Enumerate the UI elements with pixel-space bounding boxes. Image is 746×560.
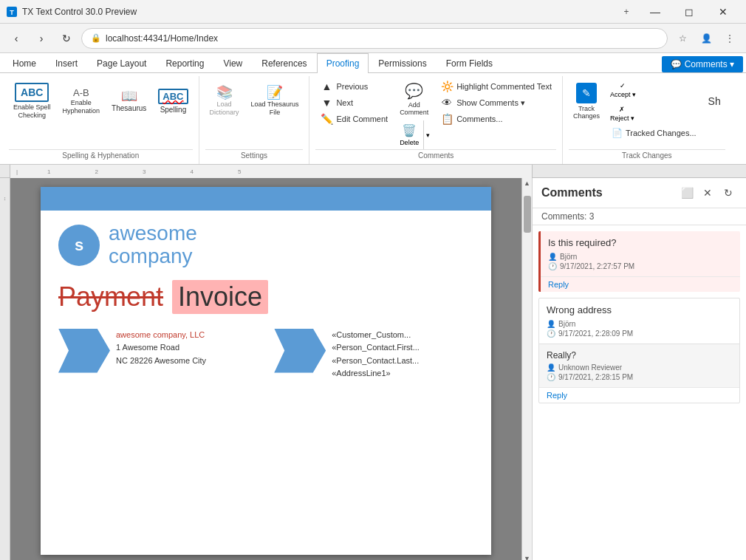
accept-icon: ✓: [620, 82, 626, 89]
tab-home[interactable]: Home: [3, 53, 46, 73]
previous-comment-button[interactable]: ▲ Previous: [315, 79, 392, 94]
maximize-button[interactable]: ◻: [672, 0, 706, 24]
doc-scroll-wrapper: s awesomecompany Payment Invoice: [10, 178, 532, 560]
comments-panel: Comments ⬜ ✕ ↻ Comments: 3 Is this requi…: [532, 178, 746, 560]
thesaurus-label: Thesaurus: [112, 104, 146, 113]
new-tab-button[interactable]: +: [615, 0, 638, 24]
reject-button[interactable]: ✗ Reject ▾: [607, 103, 637, 125]
reply-1-text: Really?: [547, 350, 732, 361]
title-bar: T TX Text Control 30.0 Preview + — ◻ ✕: [0, 0, 746, 24]
address-table: awesome company, LLC 1 Awesome Road NC 2…: [58, 326, 473, 376]
reply-1-button[interactable]: Reply: [541, 276, 740, 292]
vertical-scrollbar[interactable]: ▲ ▼: [521, 178, 532, 560]
track-changes-button[interactable]: ✎ Track Changes: [569, 79, 604, 123]
star-icon[interactable]: ☆: [672, 28, 693, 49]
ruler-mark-5: 4: [190, 168, 193, 175]
tab-reporting[interactable]: Reporting: [156, 53, 213, 73]
clock-icon-reply: 🕐: [547, 373, 555, 381]
table-row: awesome company, LLC 1 Awesome Road NC 2…: [58, 326, 473, 376]
resize-comments-button[interactable]: ⬜: [678, 184, 696, 202]
comment-card-2: Wrong address 👤 Björn 🕐 9/17/2021, 2:28:…: [538, 298, 740, 403]
close-button[interactable]: ✕: [706, 0, 740, 24]
comment-1-time-row: 🕐 9/17/2021, 2:27:57 PM: [548, 262, 733, 270]
horizontal-ruler: | 1 2 3 4 5: [0, 165, 746, 178]
tracked-label: Tracked Changes...: [626, 129, 697, 137]
comments-panel-title: Comments: [541, 186, 603, 199]
accept-reject-group: ✓ Accept ▾ ✗ Reject ▾ 📄 Tracked Changes.…: [607, 79, 701, 140]
spelling-group-label: Spelling & Hyphenation: [9, 149, 193, 161]
highlight-commented-button[interactable]: 🔆 Highlight Commented Text: [436, 79, 556, 94]
tab-references[interactable]: References: [252, 53, 316, 73]
add-comment-button[interactable]: 💬 Add Comment: [395, 79, 433, 119]
forward-button[interactable]: ›: [31, 28, 52, 49]
ruler-mark-6: 5: [238, 168, 241, 175]
dict-label: Load Dictionary: [210, 100, 239, 117]
close-comments-button[interactable]: ✕: [699, 184, 716, 202]
next-icon: ▼: [320, 97, 333, 109]
comment-2-author: Björn: [558, 320, 575, 328]
thesaurus-file-label: Load Thesaurus File: [251, 100, 299, 117]
tab-view[interactable]: View: [213, 53, 252, 73]
show-tracked-icon: Sh: [708, 95, 721, 107]
delete-button[interactable]: 🗑️ Delete: [395, 120, 423, 149]
comment-1-datetime: 9/17/2021, 2:27:57 PM: [560, 262, 634, 270]
url-bar[interactable]: 🔒 localhost:44341/Home/Index: [81, 28, 668, 49]
delete-arrow[interactable]: ▾: [423, 120, 432, 149]
tracked-changes-button[interactable]: 📄 Tracked Changes...: [607, 126, 701, 140]
merge-field-3: «Person_Contact.Last...: [332, 356, 419, 365]
invoice-highlight: Invoice: [172, 280, 268, 314]
prev-icon: ▲: [320, 81, 333, 92]
menu-icon[interactable]: ⋮: [719, 28, 740, 49]
show-tracked-button[interactable]: Sh: [704, 79, 725, 123]
next-comment-button[interactable]: ▼ Next: [315, 95, 392, 110]
refresh-comments-button[interactable]: ↻: [719, 184, 737, 202]
enable-spell-button[interactable]: ABC Enable Spell Checking: [9, 79, 55, 123]
minimize-button[interactable]: —: [638, 0, 672, 24]
spelling-button[interactable]: ABC Spelling: [154, 79, 192, 123]
hyphen-icon: A-B: [73, 88, 89, 98]
scroll-up-button[interactable]: ▲: [522, 178, 533, 188]
merge-with-arrow: «Customer_Custom... «Person_Contact.Firs…: [274, 329, 473, 373]
comments-tab-button[interactable]: 💬 Comments ▾: [662, 56, 743, 72]
ruler-mark-1: |: [16, 168, 18, 175]
spelling-buttons: ABC Enable Spell Checking A-B Enable Hyp…: [9, 79, 193, 149]
merge-field-4: «AddressLine1»: [332, 369, 391, 378]
back-button[interactable]: ‹: [6, 28, 27, 49]
track-changes-group: ✎ Track Changes ✓ Accept ▾ ✗ Reject ▾: [563, 76, 731, 164]
reply-2-button[interactable]: Reply: [539, 387, 739, 403]
delete-comment-split: 🗑️ Delete ▾: [395, 120, 433, 149]
doc-viewport[interactable]: s awesomecompany Payment Invoice: [10, 178, 521, 560]
show-comments-button[interactable]: 👁 Show Comments ▾: [436, 95, 556, 110]
comments-header-actions: ⬜ ✕ ↻: [678, 184, 737, 202]
tab-insert[interactable]: Insert: [46, 53, 87, 73]
accept-button[interactable]: ✓ Accept ▾: [607, 79, 639, 101]
clock-icon-2: 🕐: [547, 329, 555, 338]
refresh-button[interactable]: ↻: [56, 28, 77, 49]
comments-panel-header: Comments ⬜ ✕ ↻: [533, 178, 746, 208]
edit-comment-button[interactable]: ✏️ Edit Comment: [315, 112, 392, 126]
window-controls: — ◻ ✕: [638, 0, 740, 24]
comment-1-text: Is this required?: [548, 237, 733, 248]
tab-proofing[interactable]: Proofing: [317, 53, 369, 73]
load-thesaurus-button[interactable]: 📝 Load Thesaurus File: [247, 79, 304, 123]
load-dictionary-button[interactable]: 📚 Load Dictionary: [205, 79, 244, 123]
scroll-thumb[interactable]: [524, 196, 531, 233]
tab-page-layout[interactable]: Page Layout: [87, 53, 156, 73]
tab-form-fields[interactable]: Form Fields: [437, 53, 502, 73]
list-label: Comments...: [456, 115, 502, 123]
thesaurus-button[interactable]: 📖 Thesaurus: [107, 79, 151, 123]
comments-list-button[interactable]: 📋 Comments...: [436, 112, 556, 126]
app-icon: T: [6, 6, 18, 18]
settings-group-label: Settings: [205, 149, 304, 161]
tab-permissions[interactable]: Permissions: [369, 53, 436, 73]
lock-icon: 🔒: [91, 33, 101, 43]
add-label: Add Comment: [400, 101, 428, 116]
ribbon-tabs: Home Insert Page Layout Reporting View R…: [0, 53, 746, 73]
document-page: s awesomecompany Payment Invoice: [41, 187, 491, 555]
person-icon-1: 👤: [548, 253, 557, 261]
enable-hyphen-button[interactable]: A-B Enable Hyphenation: [58, 79, 105, 123]
scroll-down-button[interactable]: ▼: [522, 553, 533, 560]
address-line2: NC 28226 Awesome City: [116, 356, 206, 365]
highlight-icon: 🔆: [440, 81, 454, 92]
user-icon[interactable]: 👤: [696, 28, 716, 49]
